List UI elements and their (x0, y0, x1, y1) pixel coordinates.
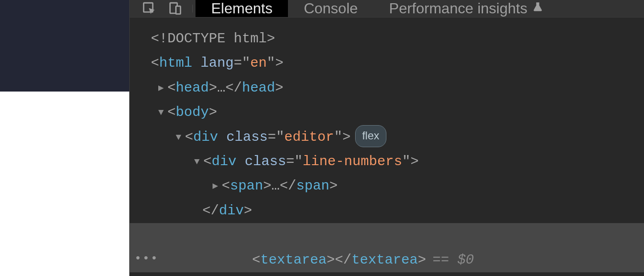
toolbar-icon-group (130, 0, 192, 17)
tab-perf-label: Performance insights (389, 0, 528, 17)
dom-div-editor[interactable]: ▼<div class="editor">flex (130, 125, 644, 150)
dom-html-open[interactable]: <html lang="en"> (130, 51, 644, 75)
tab-console[interactable]: Console (288, 0, 373, 17)
inspect-icon[interactable] (142, 1, 157, 17)
page-preview-strip (0, 0, 129, 276)
tab-performance-insights[interactable]: Performance insights (374, 0, 560, 17)
tab-elements-label: Elements (211, 0, 272, 17)
dom-textarea-selected[interactable]: •••<textarea></textarea>== $0 (130, 223, 644, 272)
page-preview-top (0, 0, 129, 92)
dom-div-linenumbers-close[interactable]: </div> (130, 199, 644, 223)
dom-doctype[interactable]: <!DOCTYPE html> (130, 27, 644, 51)
devtools-panel: Elements Console Performance insights <!… (129, 0, 644, 276)
collapse-arrow-icon[interactable]: ▼ (194, 154, 204, 170)
dom-span[interactable]: ▶<span>…</span> (130, 174, 644, 198)
device-toggle-icon[interactable] (167, 1, 183, 17)
dom-div-editor-close[interactable]: </div> (130, 272, 644, 276)
collapse-arrow-icon[interactable]: ▼ (176, 129, 186, 146)
flex-badge[interactable]: flex (355, 125, 386, 148)
tab-elements[interactable]: Elements (196, 0, 288, 17)
gutter-more-icon[interactable]: ••• (134, 248, 159, 269)
doctype-text: <!DOCTYPE html> (151, 31, 275, 46)
page-preview-bottom (0, 92, 129, 276)
dom-head[interactable]: ▶<head>…</head> (130, 76, 644, 100)
svg-rect-2 (176, 6, 180, 14)
dom-body-open[interactable]: ▼<body> (130, 100, 644, 125)
expand-arrow-icon[interactable]: ▶ (158, 80, 168, 97)
collapse-arrow-icon[interactable]: ▼ (158, 104, 168, 121)
selected-node-marker: == $0 (432, 252, 474, 268)
elements-dom-tree[interactable]: <!DOCTYPE html> <html lang="en"> ▶<head>… (130, 17, 644, 276)
devtools-tabs: Elements Console Performance insights (196, 0, 559, 17)
toolbar-separator (192, 5, 193, 12)
devtools-toolbar: Elements Console Performance insights (130, 0, 644, 17)
beaker-icon (532, 0, 544, 17)
dom-div-linenumbers[interactable]: ▼<div class="line-numbers"> (130, 150, 644, 174)
expand-arrow-icon[interactable]: ▶ (213, 178, 223, 195)
tab-console-label: Console (304, 0, 357, 17)
